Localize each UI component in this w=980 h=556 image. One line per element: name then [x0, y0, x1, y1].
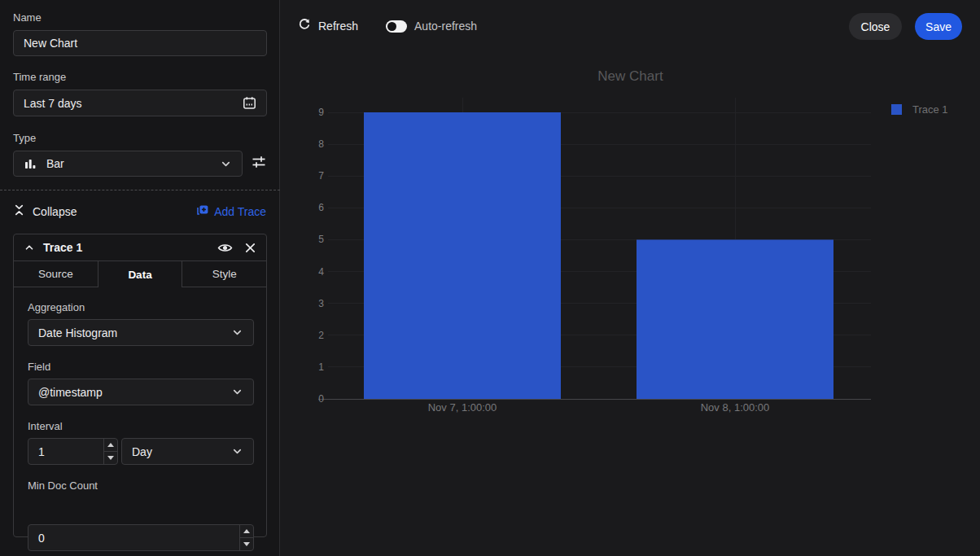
add-trace-icon — [195, 204, 208, 220]
decrement-button[interactable] — [240, 538, 253, 550]
y-tick-label: 9 — [318, 107, 324, 118]
chart-type-value: Bar — [46, 157, 64, 170]
chart-editor-sidebar: Name New Chart Time range Last 7 days Ty… — [0, 0, 280, 556]
arrow-up-icon — [243, 529, 250, 533]
add-trace-button[interactable]: Add Trace — [195, 204, 266, 220]
chevron-down-icon — [231, 326, 243, 339]
trace-panel: Trace 1 Source Data Style — [13, 234, 267, 537]
time-range-label: Time range — [13, 71, 66, 83]
aggregation-select[interactable]: Date Histogram — [28, 319, 254, 346]
y-tick-label: 8 — [318, 138, 324, 150]
x-tick-label: Nov 8, 1:00:00 — [701, 401, 770, 414]
y-tick-label: 2 — [318, 330, 324, 341]
y-tick-label: 4 — [318, 266, 324, 278]
trace-panel-header: Trace 1 — [14, 234, 266, 261]
trace-title: Trace 1 — [43, 241, 82, 254]
aggregation-label: Aggregation — [28, 301, 85, 313]
sliders-icon — [251, 154, 267, 173]
arrow-up-icon — [107, 443, 114, 447]
field-label: Field — [28, 361, 50, 373]
chevron-down-icon — [231, 386, 243, 398]
name-label: Name — [13, 11, 42, 24]
chevron-up-icon[interactable] — [24, 242, 35, 253]
chevron-down-icon — [220, 158, 232, 170]
y-tick-label: 1 — [318, 361, 324, 373]
x-tick-label: Nov 7, 1:00:00 — [428, 401, 497, 414]
interval-number-input[interactable]: 1 — [28, 438, 118, 465]
field-select[interactable]: @timestamp — [28, 379, 254, 405]
collapse-label: Collapse — [33, 205, 77, 218]
collapse-icon — [13, 204, 25, 220]
aggregation-value: Date Histogram — [38, 326, 117, 339]
arrow-down-icon — [107, 456, 114, 460]
chevron-down-icon — [231, 445, 243, 457]
y-tick-label: 3 — [318, 298, 324, 309]
chart-preview-area: Refresh Auto-refresh Close Save New Char… — [281, 0, 980, 556]
interval-unit-select[interactable]: Day — [121, 438, 254, 465]
chart-type-select[interactable]: Bar — [13, 151, 243, 177]
time-range-input[interactable]: Last 7 days — [13, 90, 267, 116]
y-tick-label: 7 — [318, 170, 324, 182]
chart-settings-button[interactable] — [250, 155, 268, 173]
bar-chart: 0123456789Nov 7, 1:00:00Nov 8, 1:00:00 — [281, 0, 980, 431]
name-input[interactable]: New Chart — [13, 30, 267, 56]
section-divider — [0, 190, 280, 190]
min-doc-count-value: 0 — [38, 532, 45, 545]
bar — [364, 112, 561, 399]
interval-unit-value: Day — [132, 445, 152, 458]
y-tick-label: 5 — [318, 234, 324, 245]
tab-style[interactable]: Style — [182, 261, 266, 287]
interval-label: Interval — [28, 420, 63, 432]
y-tick-label: 0 — [318, 393, 324, 405]
type-label: Type — [13, 132, 36, 144]
time-range-value: Last 7 days — [24, 97, 82, 110]
trace-tabs: Source Data Style — [14, 261, 266, 287]
tab-data[interactable]: Data — [98, 261, 182, 287]
interval-value: 1 — [38, 445, 45, 458]
eye-icon[interactable] — [217, 240, 233, 256]
close-trace-icon[interactable] — [244, 242, 256, 254]
tab-source[interactable]: Source — [14, 261, 98, 287]
arrow-down-icon — [243, 542, 250, 546]
increment-button[interactable] — [240, 525, 253, 538]
name-input-value: New Chart — [24, 37, 77, 50]
collapse-traces-button[interactable]: Collapse — [13, 204, 77, 220]
min-doc-count-label: Min Doc Count — [28, 479, 98, 492]
add-trace-label: Add Trace — [214, 205, 266, 218]
field-value: @timestamp — [38, 386, 103, 399]
y-tick-label: 6 — [318, 202, 324, 213]
calendar-icon[interactable] — [243, 96, 256, 110]
increment-button[interactable] — [104, 439, 117, 452]
min-doc-count-input[interactable]: 0 — [28, 524, 254, 551]
bar-chart-type-icon — [24, 157, 37, 170]
decrement-button[interactable] — [104, 452, 117, 464]
bar — [637, 239, 833, 399]
